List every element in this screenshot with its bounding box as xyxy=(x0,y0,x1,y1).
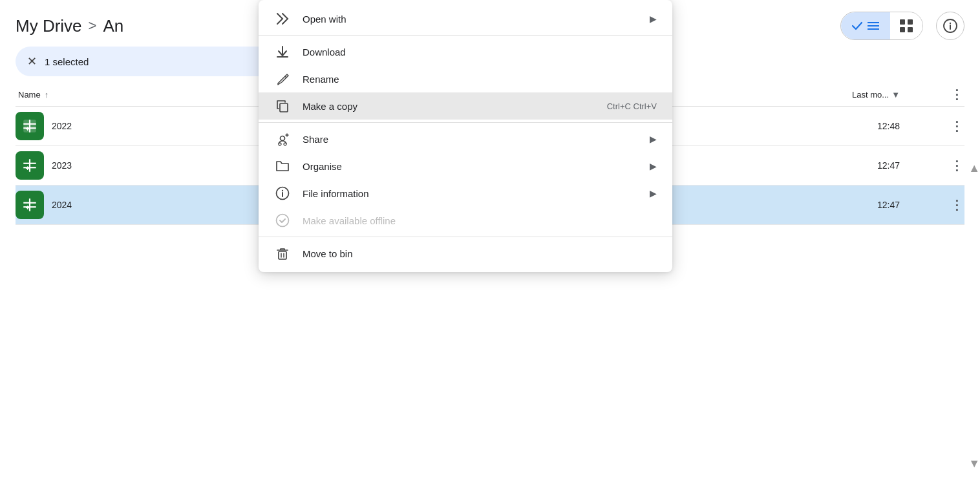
menu-label-move-bin: Move to bin xyxy=(303,248,353,259)
menu-item-make-copy[interactable]: Make a copy Ctrl+C Ctrl+V xyxy=(259,92,672,120)
file-lastmod-2024: 12:47 xyxy=(796,200,939,210)
menu-item-share[interactable]: Share ▶ xyxy=(259,125,672,153)
menu-label-open-with: Open with xyxy=(303,14,346,25)
file-lastmod-2022: 12:48 xyxy=(796,121,939,131)
menu-item-file-info[interactable]: File information ▶ xyxy=(259,180,672,207)
file-info-submenu-arrow: ▶ xyxy=(650,188,657,198)
sort-arrow-icon[interactable]: ↑ xyxy=(45,90,49,100)
scrollbar-down[interactable]: ▼ xyxy=(968,457,980,471)
copy-icon xyxy=(274,99,291,113)
menu-item-download[interactable]: Download xyxy=(259,38,672,65)
bin-icon xyxy=(274,246,291,260)
menu-label-file-info: File information xyxy=(303,188,369,199)
svg-text:+: + xyxy=(26,125,30,132)
menu-label-offline: Make available offline xyxy=(303,215,396,226)
file-more-2024[interactable]: ⋮ xyxy=(939,197,964,213)
svg-rect-3 xyxy=(900,19,905,25)
svg-point-27 xyxy=(281,136,285,141)
list-icon xyxy=(867,20,880,32)
menu-label-download: Download xyxy=(303,47,346,58)
file-info-icon xyxy=(274,186,291,200)
col-lastmod-label: Last mo... xyxy=(852,90,889,100)
breadcrumb-current[interactable]: An xyxy=(103,16,123,36)
file-more-2023[interactable]: ⋮ xyxy=(939,158,964,173)
spreadsheet-icon: + xyxy=(21,118,38,134)
spreadsheet-icon: + xyxy=(21,157,38,174)
info-icon xyxy=(943,19,957,33)
view-toggle xyxy=(840,12,923,40)
spreadsheet-icon: + xyxy=(21,196,38,213)
col-name-label: Name xyxy=(18,90,41,100)
file-more-2022[interactable]: ⋮ xyxy=(939,118,964,134)
file-lastmod-2023: 12:47 xyxy=(796,160,939,171)
share-icon xyxy=(274,132,291,146)
menu-item-offline: Make available offline xyxy=(259,207,672,234)
col-lastmod-dropdown-icon[interactable]: ▼ xyxy=(891,90,900,100)
organise-icon xyxy=(274,159,291,173)
context-menu: Open with ▶ Download Rename xyxy=(259,0,672,272)
share-submenu-arrow: ▶ xyxy=(650,134,657,144)
grid-icon xyxy=(899,19,913,33)
organise-submenu-arrow: ▶ xyxy=(650,161,657,171)
selection-bar: ✕ 1 selected ⋮ xyxy=(16,47,287,76)
list-view-button[interactable] xyxy=(841,12,890,39)
col-lastmod-header[interactable]: Last mo... ▼ xyxy=(796,90,939,100)
svg-point-35 xyxy=(277,215,289,227)
svg-line-25 xyxy=(285,76,286,78)
svg-rect-26 xyxy=(280,103,288,112)
file-icon-2022: + xyxy=(16,112,44,140)
offline-icon xyxy=(274,213,291,228)
check-icon xyxy=(851,20,863,32)
menu-label-make-copy: Make a copy xyxy=(303,101,357,112)
breadcrumb-root[interactable]: My Drive xyxy=(16,16,82,36)
scrollbar-up[interactable]: ▲ xyxy=(968,162,980,175)
menu-item-organise[interactable]: Organise ▶ xyxy=(259,153,672,180)
menu-divider-2 xyxy=(259,122,672,123)
breadcrumb: My Drive > An xyxy=(16,16,123,36)
menu-item-open-with[interactable]: Open with ▶ xyxy=(259,5,672,32)
open-with-submenu-arrow: ▶ xyxy=(650,14,657,24)
file-icon-2024: + xyxy=(16,191,44,219)
menu-label-organise: Organise xyxy=(303,161,342,172)
info-button[interactable] xyxy=(936,12,964,40)
svg-rect-37 xyxy=(279,251,286,259)
svg-point-34 xyxy=(282,190,283,191)
rename-icon xyxy=(274,72,291,86)
download-icon xyxy=(274,45,291,59)
menu-label-rename: Rename xyxy=(303,74,339,85)
svg-text:+: + xyxy=(26,204,30,211)
menu-divider-1 xyxy=(259,35,672,36)
svg-text:+: + xyxy=(26,164,30,172)
col-more-header[interactable]: ⋮ xyxy=(939,87,964,102)
selection-count: 1 selected xyxy=(45,56,252,67)
svg-rect-6 xyxy=(908,27,913,32)
menu-item-move-bin[interactable]: Move to bin xyxy=(259,240,672,267)
menu-divider-3 xyxy=(259,237,672,237)
svg-rect-5 xyxy=(900,27,905,32)
svg-rect-4 xyxy=(908,19,913,25)
deselect-button[interactable]: ✕ xyxy=(27,54,37,69)
col-more-icon[interactable]: ⋮ xyxy=(950,87,964,101)
menu-item-rename[interactable]: Rename xyxy=(259,65,672,92)
menu-label-share: Share xyxy=(303,134,328,145)
breadcrumb-separator: > xyxy=(89,17,97,34)
open-with-icon xyxy=(274,12,291,26)
file-icon-2023: + xyxy=(16,151,44,180)
grid-view-button[interactable] xyxy=(890,12,922,39)
make-copy-shortcut: Ctrl+C Ctrl+V xyxy=(607,101,657,111)
svg-point-9 xyxy=(950,23,951,24)
